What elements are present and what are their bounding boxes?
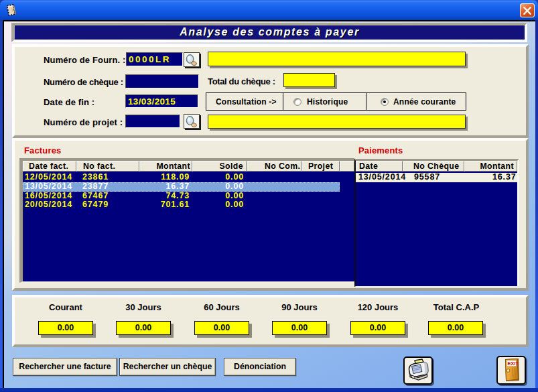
- svg-text:EXIT: EXIT: [507, 361, 519, 367]
